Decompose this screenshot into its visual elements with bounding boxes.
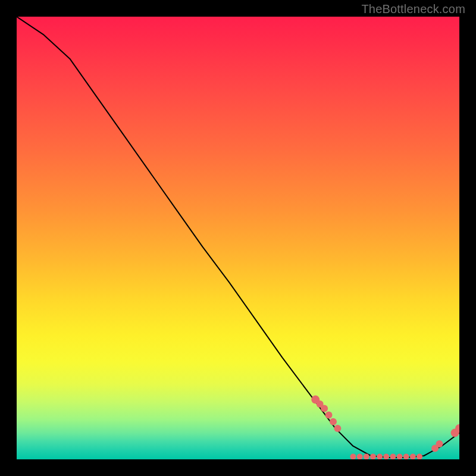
chart-overlay-svg	[17, 17, 459, 459]
data-marker	[334, 425, 341, 432]
data-marker	[330, 418, 337, 425]
marker-group	[311, 396, 459, 459]
data-marker	[321, 405, 328, 412]
data-marker	[325, 412, 333, 419]
data-marker	[397, 454, 403, 460]
data-marker	[383, 454, 389, 460]
watermark-text: TheBottleneck.com	[361, 2, 465, 16]
data-marker	[410, 454, 416, 460]
data-marker	[350, 454, 356, 460]
data-marker	[390, 454, 396, 460]
data-marker	[403, 454, 409, 460]
data-marker	[377, 454, 383, 460]
curve-line	[17, 17, 459, 458]
plot-area	[17, 17, 459, 459]
data-marker	[370, 454, 376, 460]
data-marker	[416, 454, 422, 460]
chart-container: TheBottleneck.com	[0, 0, 476, 476]
data-marker	[436, 440, 443, 447]
data-marker	[357, 454, 363, 460]
